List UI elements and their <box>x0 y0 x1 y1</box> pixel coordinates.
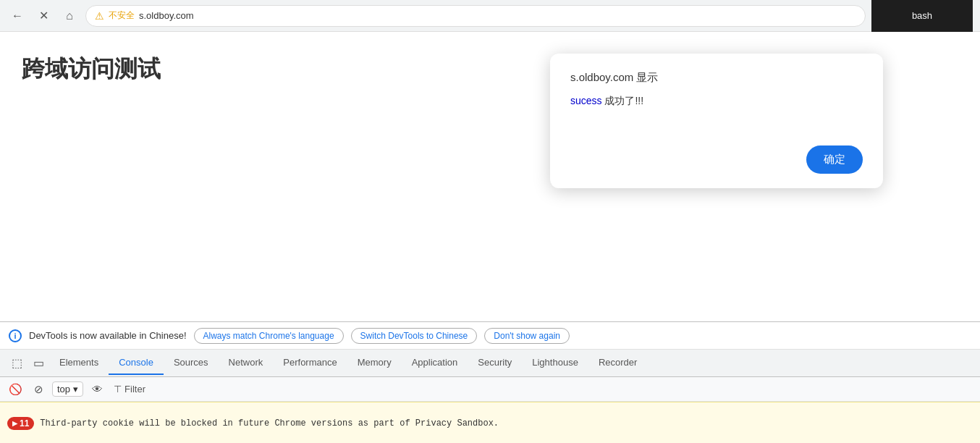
tab-sources[interactable]: Sources <box>164 351 219 375</box>
devtools-infobar: i DevTools is now available in Chinese! … <box>0 322 980 350</box>
tab-performance[interactable]: Performance <box>273 351 347 375</box>
alert-origin-text: s.oldboy.com 显示 <box>570 71 658 83</box>
eye-button[interactable]: 👁 <box>88 380 106 399</box>
alert-message: sucess 成功了!!! <box>570 95 863 124</box>
tab-application[interactable]: Application <box>402 351 468 375</box>
device-toggle-icon[interactable]: ▭ <box>28 353 49 374</box>
clear-console-button[interactable]: 🚫 <box>6 380 25 399</box>
url-display: s.oldboy.com <box>139 10 194 21</box>
page-content: 跨域访问测试 s.oldboy.com 显示 sucess 成功了!!! 确定 <box>0 32 980 336</box>
filter-label: Filter <box>124 384 145 395</box>
block-network-button[interactable]: ⊘ <box>29 380 48 399</box>
home-button[interactable]: ⌂ <box>59 6 80 26</box>
alert-message-suffix: 成功了!!! <box>602 95 644 106</box>
tab-console[interactable]: Console <box>109 351 164 375</box>
console-log-area: 11 Third-party cookie will be blocked in… <box>0 402 980 443</box>
context-selector[interactable]: top ▾ <box>52 381 83 397</box>
dont-show-again-button[interactable]: Don't show again <box>484 328 570 344</box>
devtools-panel: i DevTools is now available in Chinese! … <box>0 321 980 443</box>
infobar-message: DevTools is now available in Chinese! <box>29 330 187 341</box>
insecure-label: 不安全 <box>109 9 135 22</box>
console-log-message: Third-party cookie will be blocked in fu… <box>40 418 499 429</box>
inspect-element-icon[interactable]: ⬚ <box>6 353 28 374</box>
console-toolbar: 🚫 ⊘ top ▾ 👁 ⊤ Filter <box>0 377 980 402</box>
error-count-badge: 11 <box>7 417 34 430</box>
tab-elements[interactable]: Elements <box>49 351 109 375</box>
tab-recorder[interactable]: Recorder <box>588 351 647 375</box>
switch-chinese-button[interactable]: Switch DevTools to Chinese <box>351 328 478 344</box>
context-dropdown-icon: ▾ <box>73 384 78 395</box>
warning-icon: ⚠ <box>95 10 104 22</box>
filter-area: ⊤ Filter <box>114 384 145 395</box>
tab-memory[interactable]: Memory <box>347 351 402 375</box>
alert-origin: s.oldboy.com 显示 <box>570 71 863 85</box>
context-label: top <box>57 384 70 395</box>
close-button[interactable]: ✕ <box>33 6 54 26</box>
info-icon: i <box>9 329 22 342</box>
tab-security[interactable]: Security <box>468 351 522 375</box>
alert-message-prefix: sucess <box>570 95 602 106</box>
tab-network[interactable]: Network <box>219 351 274 375</box>
alert-ok-button[interactable]: 确定 <box>806 145 863 174</box>
browser-chrome: ← ✕ ⌂ ⚠ 不安全 s.oldboy.com bash <box>0 0 980 32</box>
devtools-tabs: ⬚ ▭ Elements Console Sources Network Per… <box>0 350 980 377</box>
tab-lighthouse[interactable]: Lighthouse <box>522 351 588 375</box>
filter-icon: ⊤ <box>114 384 122 395</box>
window-title: bash <box>871 0 973 32</box>
match-language-button[interactable]: Always match Chrome's language <box>194 328 344 344</box>
alert-dialog: s.oldboy.com 显示 sucess 成功了!!! 确定 <box>550 54 883 188</box>
address-bar[interactable]: ⚠ 不安全 s.oldboy.com <box>85 5 866 27</box>
back-button[interactable]: ← <box>7 6 28 26</box>
